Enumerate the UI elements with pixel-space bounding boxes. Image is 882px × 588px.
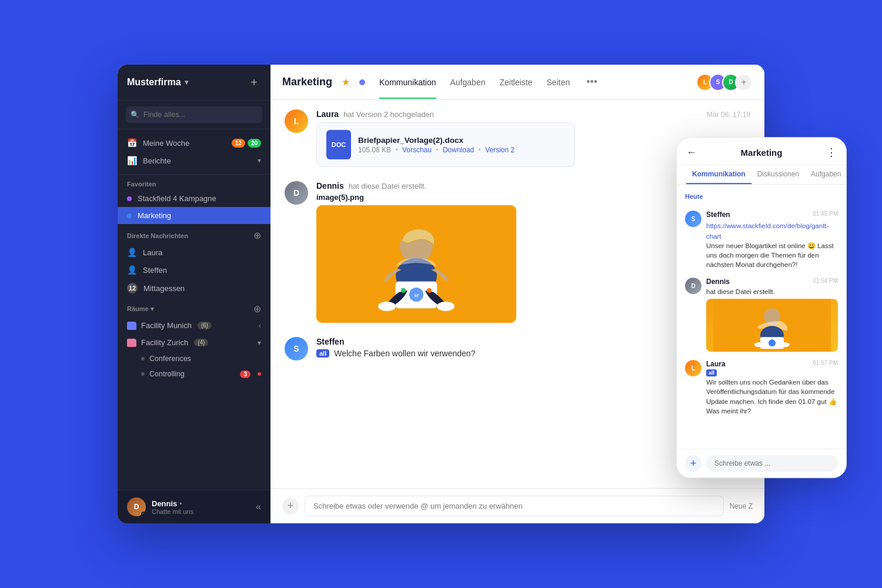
mobile-more-button[interactable]: ⋮ bbox=[826, 146, 837, 159]
sidebar-room-facility-zurich[interactable]: Facility Zurich (4) ▾ bbox=[118, 334, 270, 351]
mobile-messages-area: Heute S Steffen 01:45 PM https://www.sta… bbox=[677, 185, 846, 449]
mobile-msg-steffen: S Steffen 01:45 PM https://www.stackfiel… bbox=[685, 211, 838, 269]
mobile-tab-aufgaben[interactable]: Aufgaben bbox=[805, 165, 847, 184]
sidebar-search-area: 🔍 bbox=[118, 101, 270, 129]
topbar-tabs: Kommunikation Aufgaben Zeitleiste Seiten… bbox=[379, 66, 597, 99]
sidebar-header: Musterfirma ▾ + bbox=[118, 65, 270, 101]
msg-action-laura: hat Version 2 hochgeladen bbox=[343, 110, 434, 119]
mobile-dennis-image bbox=[706, 299, 838, 352]
search-input[interactable] bbox=[126, 106, 262, 123]
mobile-message-input[interactable] bbox=[706, 455, 838, 472]
msg-time-laura: Mär 06, 17:19 bbox=[707, 111, 750, 119]
sender-name-laura: Laura bbox=[316, 109, 339, 119]
steffen-avatar: S bbox=[285, 337, 308, 360]
sidebar-sub-controlling[interactable]: Controlling 3 bbox=[118, 366, 270, 382]
mittagessen-count-icon: 12 bbox=[127, 283, 138, 293]
dennis-avatar: D bbox=[285, 181, 308, 205]
mobile-footer: + bbox=[677, 449, 846, 477]
sender-name-steffen: Steffen bbox=[316, 337, 344, 346]
desktop-app-window: Musterfirma ▾ + 🔍 📅 Meine Woche 12 bbox=[118, 65, 764, 523]
star-icon[interactable]: ★ bbox=[342, 76, 350, 88]
message-input[interactable] bbox=[305, 496, 724, 516]
tab-seiten[interactable]: Seiten bbox=[547, 66, 570, 99]
sidebar-item-stackfield[interactable]: Stackfield 4 Kampagne bbox=[118, 190, 270, 207]
sidebar-sub-conferences[interactable]: Conferences bbox=[118, 351, 270, 366]
mobile-all-tag: all bbox=[706, 370, 717, 377]
tab-kommunikation[interactable]: Kommunikation bbox=[379, 66, 436, 99]
sidebar-item-marketing[interactable]: Marketing bbox=[118, 207, 270, 224]
preview-link[interactable]: Vorschau bbox=[402, 146, 432, 154]
sidebar-room-facility-munich[interactable]: Facility Munich (6) ‹ bbox=[118, 317, 270, 334]
mobile-dennis-avatar: D bbox=[685, 278, 701, 294]
controlling-live-dot bbox=[258, 372, 261, 376]
munich-collapse-icon: ‹ bbox=[259, 322, 261, 330]
mobile-laura-text: Wir sollten uns noch Gedanken über das V… bbox=[706, 378, 838, 416]
mobile-topbar: ← Marketing ⋮ bbox=[677, 138, 846, 165]
sidebar-item-meine-woche[interactable]: 📅 Meine Woche 12 20 bbox=[118, 134, 270, 152]
mobile-tab-kommunikation[interactable]: Kommunikation bbox=[686, 165, 751, 184]
badge-20: 20 bbox=[248, 139, 261, 148]
search-icon: 🔍 bbox=[131, 111, 139, 119]
message-add-button[interactable]: + bbox=[282, 498, 299, 514]
conferences-dot-icon bbox=[141, 357, 145, 360]
direct-messages-add-icon[interactable]: ⊕ bbox=[253, 230, 261, 241]
version-link[interactable]: Version 2 bbox=[485, 146, 514, 154]
download-link[interactable]: Download bbox=[443, 146, 474, 154]
doc-icon: DOC bbox=[326, 130, 351, 159]
more-tabs-icon[interactable]: ••• bbox=[586, 76, 597, 88]
sidebar-dm-laura[interactable]: 👤 Laura bbox=[118, 243, 270, 261]
footer-user-avatar: D bbox=[127, 497, 146, 516]
mobile-title: Marketing bbox=[701, 148, 821, 158]
blue-dot-icon bbox=[127, 213, 132, 218]
purple-dot-icon bbox=[127, 196, 132, 201]
calendar-icon: 📅 bbox=[127, 138, 137, 148]
sidebar-rooms-section: Räume ▾ ⊕ Facility Munich (6) ‹ Facility… bbox=[118, 298, 270, 382]
tab-aufgaben[interactable]: Aufgaben bbox=[450, 66, 486, 99]
mobile-msg-dennis: D Dennis 01:54 PM hat diese Datei erstel… bbox=[685, 278, 838, 352]
rooms-section-header: Räume ▾ ⊕ bbox=[118, 298, 270, 317]
mobile-back-button[interactable]: ← bbox=[686, 146, 697, 159]
footer-status: Chatte mit uns bbox=[152, 508, 250, 515]
tab-zeitleiste[interactable]: Zeitleiste bbox=[499, 66, 532, 99]
mobile-steffen-text: Unser neuer Blogartikel ist online 😀 Las… bbox=[706, 241, 838, 269]
sidebar-footer: D Dennis • Chatte mit uns « bbox=[118, 490, 270, 523]
sidebar-item-berichte[interactable]: 📊 Berichte ▾ bbox=[118, 152, 270, 169]
folder-pink-icon bbox=[127, 339, 136, 347]
page-title: Marketing bbox=[282, 76, 332, 88]
berichte-collapse-icon: ▾ bbox=[258, 156, 261, 165]
badge-12: 12 bbox=[232, 139, 245, 148]
laura-avatar-icon: 👤 bbox=[127, 248, 137, 257]
neue-label: Neue Z bbox=[730, 502, 753, 510]
online-status-dot bbox=[141, 512, 146, 516]
zurich-expand-icon: ▾ bbox=[258, 339, 261, 347]
favorites-section-title: Favoriten bbox=[118, 175, 270, 190]
add-member-button[interactable]: + bbox=[735, 74, 753, 91]
sidebar-favorites-section: Favoriten Stackfield 4 Kampagne Marketin… bbox=[118, 175, 270, 224]
folder-blue-icon bbox=[127, 322, 136, 330]
image-attachment: sf bbox=[316, 205, 516, 323]
sidebar-add-button[interactable]: + bbox=[247, 75, 261, 89]
direct-messages-header: Direkte Nachrichten ⊕ bbox=[118, 224, 270, 243]
mobile-tab-diskussionen[interactable]: Diskussionen bbox=[751, 165, 805, 184]
mobile-add-button[interactable]: + bbox=[685, 455, 701, 472]
sidebar-dm-mittagessen[interactable]: 12 Mittagessen bbox=[118, 279, 270, 298]
file-name: Briefpapier_Vorlage(2).docx bbox=[358, 136, 565, 145]
sidebar-dm-steffen[interactable]: 👤 Steffen bbox=[118, 261, 270, 279]
sidebar-nav: 📅 Meine Woche 12 20 📊 Berichte ▾ bbox=[118, 129, 270, 175]
svg-point-6 bbox=[378, 302, 396, 311]
mobile-laura-avatar: L bbox=[685, 360, 701, 377]
steffen-avatar-icon: 👤 bbox=[127, 265, 137, 275]
topbar: Marketing ★ Kommunikation Aufgaben Zeitl… bbox=[270, 65, 764, 100]
message-input-bar: + Neue Z bbox=[270, 488, 764, 523]
company-name[interactable]: Musterfirma ▾ bbox=[127, 77, 188, 88]
mobile-tabs: Kommunikation Diskussionen Aufgaben bbox=[677, 165, 846, 185]
mobile-date-divider: Heute bbox=[685, 193, 838, 200]
sidebar-collapse-icon[interactable]: « bbox=[256, 502, 261, 512]
mobile-steffen-avatar: S bbox=[685, 211, 701, 227]
rooms-add-icon[interactable]: ⊕ bbox=[253, 303, 261, 315]
mobile-msg-laura: L Laura 01:57 PM all Wir sollten uns noc… bbox=[685, 360, 838, 416]
mobile-blog-link[interactable]: https://www.stackfield.com/de/blog/gantt… bbox=[706, 222, 828, 240]
company-dropdown-icon: ▾ bbox=[185, 78, 188, 86]
footer-username: Dennis • bbox=[152, 499, 250, 508]
svg-point-9 bbox=[427, 288, 432, 293]
